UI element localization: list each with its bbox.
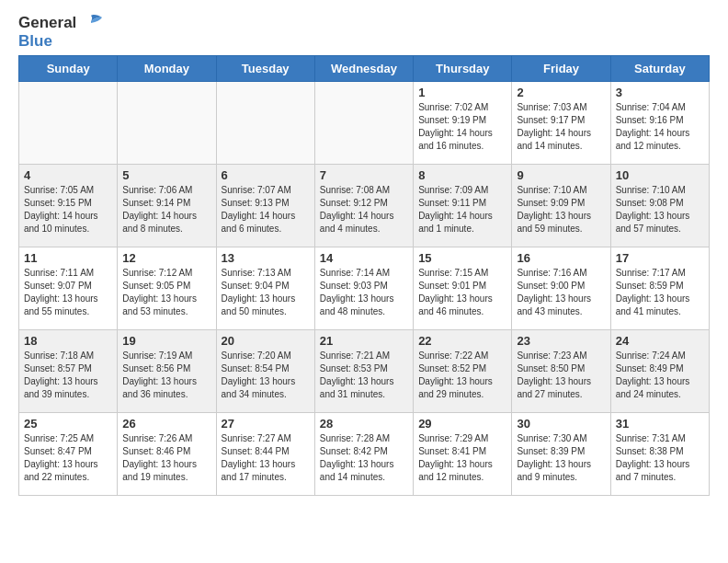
day-info: Sunrise: 7:11 AM Sunset: 9:07 PM Dayligh… [24,267,112,318]
calendar-cell: 20Sunrise: 7:20 AM Sunset: 8:54 PM Dayli… [216,330,314,413]
day-info: Sunrise: 7:08 AM Sunset: 9:12 PM Dayligh… [320,184,408,236]
day-number: 18 [24,334,112,348]
day-number: 29 [418,417,506,431]
day-info: Sunrise: 7:25 AM Sunset: 8:47 PM Dayligh… [24,432,112,484]
day-info: Sunrise: 7:31 AM Sunset: 8:38 PM Dayligh… [616,432,704,484]
calendar-cell: 15Sunrise: 7:15 AM Sunset: 9:01 PM Dayli… [414,247,512,330]
calendar-header: SundayMondayTuesdayWednesdayThursdayFrid… [19,56,710,82]
day-number: 17 [616,251,704,265]
day-number: 30 [517,417,605,431]
day-number: 8 [418,168,506,182]
calendar-cell: 6Sunrise: 7:07 AM Sunset: 9:13 PM Daylig… [216,165,314,247]
calendar-cell: 10Sunrise: 7:10 AM Sunset: 9:08 PM Dayli… [610,165,709,247]
calendar-cell: 12Sunrise: 7:12 AM Sunset: 9:05 PM Dayli… [118,247,216,330]
day-number: 24 [616,334,704,348]
day-info: Sunrise: 7:18 AM Sunset: 8:57 PM Dayligh… [24,350,112,401]
calendar-cell: 5Sunrise: 7:06 AM Sunset: 9:14 PM Daylig… [118,165,216,247]
day-number: 16 [517,251,605,265]
calendar-cell: 1Sunrise: 7:02 AM Sunset: 9:19 PM Daylig… [414,82,512,165]
day-info: Sunrise: 7:13 AM Sunset: 9:04 PM Dayligh… [222,267,310,318]
day-info: Sunrise: 7:16 AM Sunset: 9:00 PM Dayligh… [517,267,605,318]
logo-bird-icon [78,14,104,34]
calendar-cell: 17Sunrise: 7:17 AM Sunset: 8:59 PM Dayli… [610,247,709,330]
day-info: Sunrise: 7:19 AM Sunset: 8:56 PM Dayligh… [122,350,210,401]
day-number: 13 [222,251,310,265]
day-number: 11 [24,251,112,265]
day-info: Sunrise: 7:05 AM Sunset: 9:15 PM Dayligh… [24,184,112,236]
calendar-cell: 14Sunrise: 7:14 AM Sunset: 9:03 PM Dayli… [314,247,413,330]
calendar-cell: 2Sunrise: 7:03 AM Sunset: 9:17 PM Daylig… [512,82,610,165]
day-info: Sunrise: 7:30 AM Sunset: 8:39 PM Dayligh… [517,432,605,484]
calendar-cell: 25Sunrise: 7:25 AM Sunset: 8:47 PM Dayli… [19,413,118,496]
calendar-cell: 11Sunrise: 7:11 AM Sunset: 9:07 PM Dayli… [19,247,118,330]
weekday-header-saturday: Saturday [610,56,709,82]
calendar-week-row: 25Sunrise: 7:25 AM Sunset: 8:47 PM Dayli… [19,413,710,496]
day-number: 12 [122,251,210,265]
calendar-cell: 16Sunrise: 7:16 AM Sunset: 9:00 PM Dayli… [512,247,610,330]
day-info: Sunrise: 7:21 AM Sunset: 8:53 PM Dayligh… [320,350,408,401]
day-number: 3 [616,86,704,99]
calendar-cell [216,82,314,165]
day-info: Sunrise: 7:14 AM Sunset: 9:03 PM Dayligh… [320,267,408,318]
logo-text: General [18,14,104,34]
day-number: 20 [222,334,310,348]
calendar-cell: 31Sunrise: 7:31 AM Sunset: 8:38 PM Dayli… [610,413,709,496]
day-info: Sunrise: 7:07 AM Sunset: 9:13 PM Dayligh… [222,184,310,236]
day-number: 15 [418,251,506,265]
calendar-cell [314,82,413,165]
calendar-cell: 4Sunrise: 7:05 AM Sunset: 9:15 PM Daylig… [19,165,118,247]
day-number: 19 [122,334,210,348]
calendar-cell: 29Sunrise: 7:29 AM Sunset: 8:41 PM Dayli… [414,413,512,496]
calendar-cell: 9Sunrise: 7:10 AM Sunset: 9:09 PM Daylig… [512,165,610,247]
day-info: Sunrise: 7:06 AM Sunset: 9:14 PM Dayligh… [122,184,210,236]
calendar-cell [118,82,216,165]
weekday-header-friday: Friday [512,56,610,82]
weekday-header-thursday: Thursday [414,56,512,82]
day-number: 14 [320,251,408,265]
day-info: Sunrise: 7:23 AM Sunset: 8:50 PM Dayligh… [517,350,605,401]
calendar-cell: 30Sunrise: 7:30 AM Sunset: 8:39 PM Dayli… [512,413,610,496]
day-number: 5 [122,168,210,182]
day-info: Sunrise: 7:26 AM Sunset: 8:46 PM Dayligh… [122,432,210,484]
day-info: Sunrise: 7:10 AM Sunset: 9:09 PM Dayligh… [517,184,605,236]
calendar-cell: 19Sunrise: 7:19 AM Sunset: 8:56 PM Dayli… [118,330,216,413]
calendar-body: 1Sunrise: 7:02 AM Sunset: 9:19 PM Daylig… [19,82,710,496]
logo-blue-text: Blue [18,32,104,51]
day-info: Sunrise: 7:09 AM Sunset: 9:11 PM Dayligh… [418,184,506,236]
calendar-cell: 3Sunrise: 7:04 AM Sunset: 9:16 PM Daylig… [610,82,709,165]
calendar-week-row: 4Sunrise: 7:05 AM Sunset: 9:15 PM Daylig… [19,165,710,247]
day-number: 27 [222,417,310,431]
day-number: 31 [616,417,704,431]
calendar-week-row: 18Sunrise: 7:18 AM Sunset: 8:57 PM Dayli… [19,330,710,413]
day-info: Sunrise: 7:17 AM Sunset: 8:59 PM Dayligh… [616,267,704,318]
calendar-table: SundayMondayTuesdayWednesdayThursdayFrid… [18,55,710,496]
day-info: Sunrise: 7:02 AM Sunset: 9:19 PM Dayligh… [418,101,506,153]
calendar-wrapper: SundayMondayTuesdayWednesdayThursdayFrid… [0,55,728,505]
day-info: Sunrise: 7:12 AM Sunset: 9:05 PM Dayligh… [122,267,210,318]
day-info: Sunrise: 7:22 AM Sunset: 8:52 PM Dayligh… [418,350,506,401]
calendar-cell: 26Sunrise: 7:26 AM Sunset: 8:46 PM Dayli… [118,413,216,496]
day-info: Sunrise: 7:03 AM Sunset: 9:17 PM Dayligh… [517,101,605,153]
day-info: Sunrise: 7:24 AM Sunset: 8:49 PM Dayligh… [616,350,704,401]
header: General Blue [0,0,728,55]
day-number: 28 [320,417,408,431]
logo: General Blue [18,14,104,51]
day-number: 23 [517,334,605,348]
weekday-header-wednesday: Wednesday [314,56,413,82]
calendar-week-row: 1Sunrise: 7:02 AM Sunset: 9:19 PM Daylig… [19,82,710,165]
calendar-cell: 13Sunrise: 7:13 AM Sunset: 9:04 PM Dayli… [216,247,314,330]
day-number: 1 [418,86,506,99]
day-info: Sunrise: 7:27 AM Sunset: 8:44 PM Dayligh… [222,432,310,484]
day-number: 22 [418,334,506,348]
day-number: 2 [517,86,605,99]
day-number: 7 [320,168,408,182]
calendar-cell: 27Sunrise: 7:27 AM Sunset: 8:44 PM Dayli… [216,413,314,496]
calendar-cell: 21Sunrise: 7:21 AM Sunset: 8:53 PM Dayli… [314,330,413,413]
calendar-cell: 7Sunrise: 7:08 AM Sunset: 9:12 PM Daylig… [314,165,413,247]
calendar-cell [19,82,118,165]
day-number: 26 [122,417,210,431]
weekday-header-sunday: Sunday [19,56,118,82]
calendar-cell: 24Sunrise: 7:24 AM Sunset: 8:49 PM Dayli… [610,330,709,413]
day-number: 21 [320,334,408,348]
day-info: Sunrise: 7:20 AM Sunset: 8:54 PM Dayligh… [222,350,310,401]
